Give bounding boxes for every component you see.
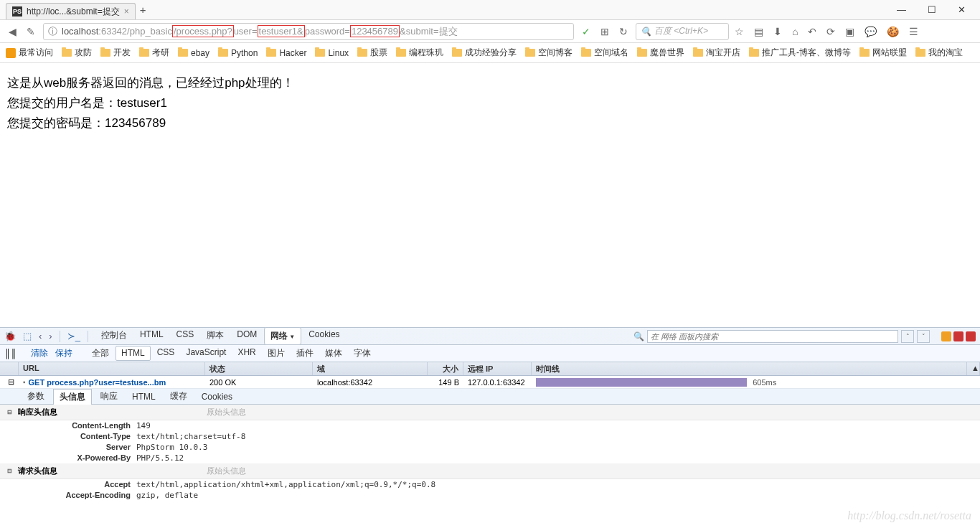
devtools-popout-button[interactable] (953, 331, 963, 341)
tab-dom[interactable]: DOM (231, 327, 263, 345)
tab-css[interactable]: CSS (171, 327, 200, 345)
new-tab-button[interactable]: + (140, 4, 146, 16)
request-headers-section[interactable]: ⊟ 请求头信息 原始头信息 (0, 463, 980, 479)
page-content: 这是从web服务器返回的消息，已经经过php处理的！ 您提交的用户名是：test… (0, 63, 980, 143)
search-box[interactable]: 🔍 百度 <Ctrl+K> (636, 23, 729, 40)
search-next-button[interactable]: ˅ (917, 330, 930, 343)
window-maximize-button[interactable]: ☐ (928, 4, 936, 15)
col-timeline[interactable]: 时间线 (532, 362, 967, 375)
tab-html[interactable]: HTML (134, 327, 169, 345)
detail-tab-params[interactable]: 参数 (22, 389, 50, 404)
network-request-row[interactable]: ⊟ ▪GET process.php?user=testuse...bm 200… (0, 376, 980, 389)
forward-icon[interactable]: › (49, 331, 52, 341)
response-headers-section[interactable]: ⊟ 响应头信息 原始头信息 (0, 405, 980, 420)
qr-icon[interactable]: ⊞ (598, 26, 611, 37)
filter-font[interactable]: 字体 (349, 346, 376, 361)
collapse-icon[interactable]: ⊟ (7, 468, 12, 474)
col-status[interactable]: 状态 (205, 362, 313, 375)
devtools-minimize-button[interactable] (941, 331, 951, 341)
filter-js[interactable]: JavaScript (181, 346, 231, 361)
detail-tab-html[interactable]: HTML (126, 390, 161, 403)
bookmark-folder[interactable]: Linux (315, 48, 349, 58)
search-prev-button[interactable]: ˄ (901, 330, 914, 343)
bookmark-folder[interactable]: 开发 (100, 47, 131, 59)
history-icon[interactable]: ↶ (808, 26, 816, 37)
chat-icon[interactable]: 💬 (864, 26, 877, 37)
tab-close-icon[interactable]: × (124, 6, 129, 16)
persist-button[interactable]: 保持 (55, 347, 72, 359)
collapse-icon[interactable]: ⊟ (7, 409, 12, 415)
inspect-icon[interactable]: ⬚ (23, 331, 32, 341)
col-size[interactable]: 大小 (428, 362, 463, 375)
browser-tab[interactable]: PS http://loc...&submit=提交 × (6, 3, 136, 19)
sync-icon[interactable]: ⟳ (826, 26, 835, 37)
bookmark-folder[interactable]: 成功经验分享 (452, 47, 517, 59)
filter-all[interactable]: 全部 (87, 346, 114, 361)
bookmark-folder[interactable]: 编程珠玑 (396, 47, 443, 59)
filter-img[interactable]: 图片 (263, 346, 290, 361)
col-domain[interactable]: 域 (313, 362, 428, 375)
console-toggle-icon[interactable]: ≻_ (67, 331, 80, 341)
clear-button[interactable]: 清除 (31, 347, 48, 359)
raw-headers-link[interactable]: 原始头信息 (207, 466, 246, 476)
identity-icon[interactable]: ✎ (24, 26, 37, 37)
url-port: :63342 (98, 26, 127, 37)
filter-plugin[interactable]: 插件 (291, 346, 319, 361)
col-ip[interactable]: 远程 IP (463, 362, 532, 375)
home-icon[interactable]: ⌂ (792, 26, 798, 37)
bookmark-folder[interactable]: 空间博客 (525, 47, 573, 59)
pause-icon[interactable]: ║║ (4, 349, 17, 359)
tab-console[interactable]: 控制台 (95, 327, 133, 345)
page-line-3: 您提交的密码是：123456789 (7, 113, 973, 133)
collapse-icon[interactable]: ⊟ (8, 377, 14, 386)
download-icon[interactable]: ⬇ (773, 26, 782, 37)
folder-icon (637, 49, 647, 57)
tab-script[interactable]: 脚本 (201, 327, 230, 345)
detail-tab-cookies[interactable]: Cookies (196, 390, 238, 403)
bookmark-folder[interactable]: 空间域名 (581, 47, 628, 59)
back-icon[interactable]: ‹ (39, 331, 42, 341)
tab-cookies[interactable]: Cookies (303, 327, 345, 345)
bookmark-folder[interactable]: ebay (178, 48, 209, 58)
bookmark-folder[interactable]: 魔兽世界 (637, 47, 684, 59)
search-icon: 🔍 (633, 331, 644, 341)
bookmark-folder[interactable]: 推广工具-博客、微博等 (749, 47, 851, 59)
filter-css[interactable]: CSS (152, 346, 180, 361)
network-table-header: URL 状态 域 大小 远程 IP 时间线 ▲ (0, 362, 980, 376)
filter-media[interactable]: 媒体 (320, 346, 347, 361)
bookmark-folder[interactable]: Hacker (266, 48, 306, 58)
devtools-close-button[interactable] (966, 331, 976, 341)
cookie-icon[interactable]: 🍪 (887, 26, 899, 37)
url-host: localhost (62, 26, 98, 37)
col-url[interactable]: URL (19, 362, 205, 375)
bookmark-mostvisited[interactable]: 最常访问 (6, 47, 53, 59)
menu-icon[interactable]: ☰ (909, 26, 918, 37)
window-minimize-button[interactable]: — (897, 4, 906, 15)
bookmark-star-icon[interactable]: ☆ (735, 26, 744, 37)
bookmark-folder[interactable]: 攻防 (62, 47, 92, 59)
detail-tab-response[interactable]: 响应 (95, 389, 123, 404)
header-row: Content-Typetext/html;charset=utf-8 (0, 431, 980, 442)
back-button[interactable]: ◀ (6, 26, 19, 37)
bookmark-folder[interactable]: Python (218, 48, 258, 58)
detail-tab-headers[interactable]: 头信息 (53, 389, 92, 405)
url-bar[interactable]: ⓘ localhost :63342 /php_basic /process.p… (43, 23, 574, 40)
security-icon[interactable]: ✓ (580, 26, 593, 37)
firebug-icon[interactable]: 🐞 (4, 331, 16, 341)
detail-tab-cache[interactable]: 缓存 (164, 389, 193, 404)
bookmark-folder[interactable]: 考研 (139, 47, 169, 59)
bookmark-folder[interactable]: 淘宝开店 (693, 47, 740, 59)
bookmark-folder[interactable]: 股票 (357, 47, 387, 59)
addons-icon[interactable]: ▣ (845, 26, 854, 37)
devtools-search-input[interactable] (647, 330, 898, 343)
bookmark-folder[interactable]: 网站联盟 (859, 47, 907, 59)
filter-html[interactable]: HTML (116, 346, 151, 361)
library-icon[interactable]: ▤ (754, 26, 763, 37)
tab-network[interactable]: 网络▼ (264, 327, 301, 345)
filter-xhr[interactable]: XHR (232, 346, 260, 361)
bookmark-folder[interactable]: 我的淘宝 (915, 47, 963, 59)
reload-button[interactable]: ↻ (617, 26, 630, 37)
raw-headers-link[interactable]: 原始头信息 (207, 407, 246, 418)
window-close-button[interactable]: ✕ (958, 4, 966, 15)
search-placeholder: 百度 <Ctrl+K> (654, 25, 708, 37)
